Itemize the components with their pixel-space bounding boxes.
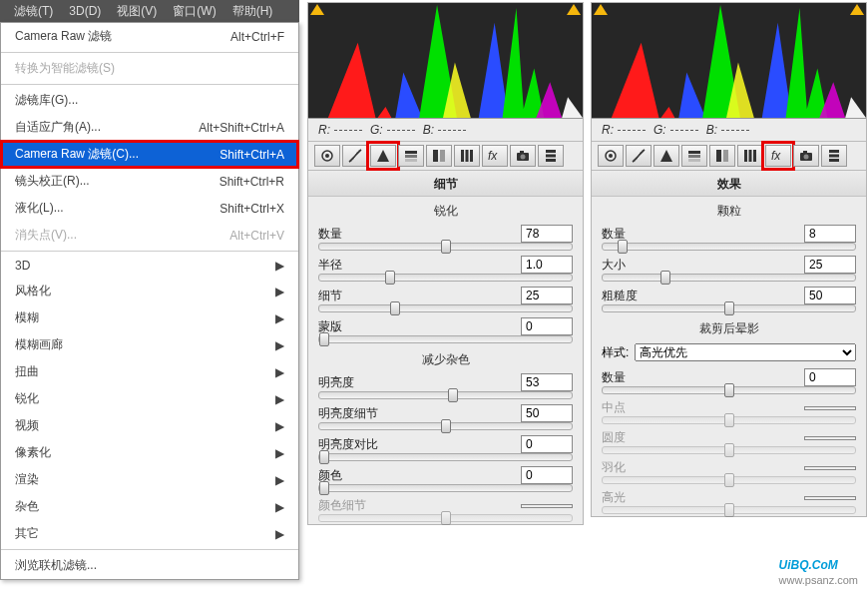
tab-row: fx	[308, 141, 583, 171]
slider-thumb[interactable]	[319, 450, 329, 464]
fx-tab-icon[interactable]: fx	[482, 145, 508, 167]
basic-tab-icon[interactable]	[598, 145, 624, 167]
slider-label: 粗糙度	[602, 288, 665, 304]
slider-thumb[interactable]	[448, 388, 458, 402]
slider-track[interactable]	[318, 422, 573, 430]
menu-3d[interactable]: 3D(D)	[61, 4, 109, 18]
slider-value-input[interactable]: 25	[804, 256, 856, 274]
menu-item[interactable]: 其它▶	[1, 520, 298, 547]
submenu-arrow-icon: ▶	[275, 419, 284, 433]
slider-track	[602, 446, 856, 454]
lens-tab-icon[interactable]	[454, 145, 480, 167]
shadow-clip-icon[interactable]	[310, 4, 324, 15]
menu-item[interactable]: 渲染▶	[1, 466, 298, 493]
camera-tab-icon[interactable]	[510, 145, 536, 167]
slider-track[interactable]	[602, 304, 856, 312]
svg-point-29	[804, 155, 809, 160]
slider-track[interactable]	[318, 304, 573, 312]
slider-thumb[interactable]	[724, 301, 734, 315]
menu-item[interactable]: 风格化▶	[1, 278, 298, 304]
slider-thumb[interactable]	[724, 383, 734, 397]
hsl-tab-icon[interactable]	[398, 145, 424, 167]
slider-track[interactable]	[318, 335, 573, 343]
menu-help[interactable]: 帮助(H)	[224, 3, 281, 20]
slider-value-input[interactable]: 0	[521, 317, 573, 335]
slider-value-input[interactable]: 8	[804, 225, 856, 243]
slider-track[interactable]	[602, 243, 856, 251]
menubar: 滤镜(T) 3D(D) 视图(V) 窗口(W) 帮助(H)	[0, 0, 299, 22]
split-tone-tab-icon[interactable]	[709, 145, 735, 167]
slider-track[interactable]	[318, 243, 573, 251]
slider-value-input[interactable]: 1.0	[521, 256, 573, 274]
menu-view[interactable]: 视图(V)	[109, 3, 165, 20]
menu-item[interactable]: 3D▶	[1, 254, 298, 278]
menu-item[interactable]: 锐化▶	[1, 385, 298, 412]
slider-row: 蒙版0	[308, 314, 583, 335]
slider-thumb[interactable]	[390, 301, 400, 315]
detail-tab-icon[interactable]	[653, 145, 679, 167]
grain-heading: 颗粒	[592, 197, 866, 222]
watermark: UiBQ.CoM www.psanz.com	[779, 551, 858, 586]
slider-track[interactable]	[318, 453, 573, 461]
menu-item[interactable]: 液化(L)...Shift+Ctrl+X	[1, 195, 298, 222]
slider-value-input[interactable]: 50	[804, 287, 856, 304]
menu-item[interactable]: 自适应广角(A)...Alt+Shift+Ctrl+A	[1, 114, 298, 141]
slider-track[interactable]	[318, 274, 573, 282]
b-label: B:	[706, 123, 717, 137]
slider-track[interactable]	[318, 484, 573, 492]
highlight-clip-icon[interactable]	[850, 4, 864, 15]
slider-track[interactable]	[602, 386, 856, 394]
slider-thumb[interactable]	[319, 481, 329, 495]
slider-value-input[interactable]: 53	[521, 373, 573, 391]
menu-item[interactable]: 模糊▶	[1, 304, 298, 331]
tone-curve-tab-icon[interactable]	[342, 145, 368, 167]
slider-thumb[interactable]	[618, 240, 628, 254]
menu-item: 消失点(V)...Alt+Ctrl+V	[1, 222, 298, 249]
menu-item[interactable]: Camera Raw 滤镜(C)...Shift+Ctrl+A	[1, 141, 298, 168]
presets-tab-icon[interactable]	[538, 145, 564, 167]
slider-thumb[interactable]	[441, 240, 451, 254]
menu-item[interactable]: 扭曲▶	[1, 358, 298, 385]
menu-item[interactable]: 像素化▶	[1, 439, 298, 466]
hsl-tab-icon[interactable]	[681, 145, 707, 167]
slider-value-input[interactable]: 0	[804, 368, 856, 386]
menu-filter[interactable]: 滤镜(T)	[6, 3, 61, 20]
slider-value-input[interactable]: 0	[521, 435, 573, 453]
basic-tab-icon[interactable]	[314, 145, 340, 167]
menu-item[interactable]: 模糊画廊▶	[1, 331, 298, 358]
detail-tab-icon[interactable]	[370, 145, 396, 167]
highlight-clip-icon[interactable]	[567, 4, 581, 15]
menu-item[interactable]: 镜头校正(R)...Shift+Ctrl+R	[1, 168, 298, 195]
camera-tab-icon[interactable]	[793, 145, 819, 167]
slider-track	[602, 506, 856, 514]
split-tone-tab-icon[interactable]	[426, 145, 452, 167]
slider-thumb[interactable]	[660, 271, 670, 285]
lens-tab-icon[interactable]	[737, 145, 763, 167]
tone-curve-tab-icon[interactable]	[626, 145, 651, 167]
menu-item[interactable]: 杂色▶	[1, 493, 298, 520]
slider-thumb[interactable]	[385, 271, 395, 285]
fx-tab-icon[interactable]: fx	[765, 145, 791, 167]
slider-value-input[interactable]: 50	[521, 404, 573, 422]
slider-thumb[interactable]	[441, 419, 451, 433]
shadow-clip-icon[interactable]	[594, 4, 608, 15]
slider-value-input[interactable]: 25	[521, 287, 573, 304]
slider-value-input[interactable]: 0	[521, 466, 573, 484]
slider-thumb	[724, 443, 734, 457]
slider-label: 半径	[318, 257, 382, 274]
menu-item-label: 扭曲	[15, 363, 39, 380]
menu-item[interactable]: Camera Raw 滤镜Alt+Ctrl+F	[1, 23, 298, 50]
menu-item[interactable]: 浏览联机滤镜...	[1, 552, 298, 579]
vignette-style-select[interactable]: 高光优先	[635, 343, 856, 361]
menu-item[interactable]: 视频▶	[1, 412, 298, 439]
menu-item[interactable]: 滤镜库(G)...	[1, 87, 298, 114]
histogram	[592, 3, 866, 119]
sharpen-heading: 锐化	[308, 197, 583, 222]
slider-value-input[interactable]: 78	[521, 225, 573, 243]
slider-track[interactable]	[318, 391, 573, 399]
slider-thumb[interactable]	[319, 332, 329, 346]
slider-track[interactable]	[602, 274, 856, 282]
menu-window[interactable]: 窗口(W)	[165, 3, 223, 20]
g-label: G:	[653, 123, 666, 137]
presets-tab-icon[interactable]	[821, 145, 847, 167]
